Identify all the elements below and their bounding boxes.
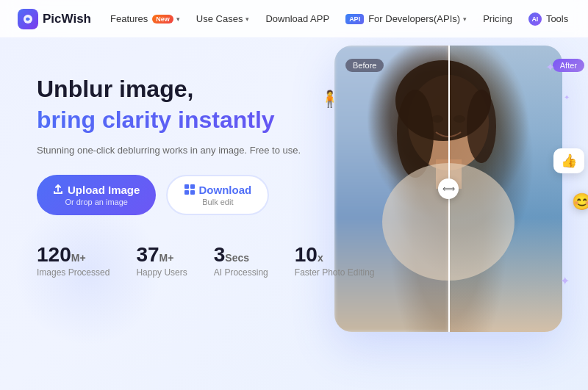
before-after-container: Before After <box>334 46 562 332</box>
upload-icon <box>53 184 63 195</box>
stat-suffix: x <box>318 252 323 264</box>
navbar: PicWish Features New ▾ Use Cases ▾ Downl… <box>0 0 588 38</box>
stat-number: 3 <box>214 243 226 266</box>
new-badge: New <box>152 15 173 24</box>
float-star-3: ✦ <box>560 274 570 288</box>
before-label: Before <box>345 59 384 72</box>
nav-item-download[interactable]: Download APP <box>258 9 337 29</box>
logo-icon <box>18 9 38 29</box>
hero-image-area: Before After <box>323 46 573 369</box>
divider-handle[interactable]: ⟺ <box>438 178 459 199</box>
stat-suffix: M+ <box>71 252 86 264</box>
stat-number: 10 <box>295 243 318 266</box>
float-smiley: 😊 <box>572 192 588 212</box>
hero-section: Unblur image, bring clarity instantly St… <box>0 38 588 390</box>
stat-suffix: M+ <box>159 252 174 264</box>
nav-item-developers[interactable]: API For Developers(APIs) ▾ <box>338 9 474 29</box>
nav-menu: Features New ▾ Use Cases ▾ Download APP … <box>103 8 576 30</box>
stat-number: 37 <box>136 243 159 266</box>
ai-badge: AI <box>528 12 542 26</box>
svg-point-8 <box>453 115 465 123</box>
windows-icon <box>184 184 195 195</box>
svg-point-4 <box>467 90 496 163</box>
svg-point-3 <box>397 90 434 178</box>
api-badge: API <box>345 14 364 24</box>
stat-suffix: Secs <box>225 252 249 264</box>
stat-ai-processing: 3Secs AI Processing <box>214 245 268 278</box>
chevron-icon: ▾ <box>245 15 249 23</box>
brand-logo[interactable]: PicWish <box>18 9 91 29</box>
float-star-2: ✦ <box>564 90 570 103</box>
image-frame: ⟺ <box>334 46 562 332</box>
after-label: After <box>553 59 584 72</box>
float-figure: 🧍 <box>320 90 340 109</box>
stat-images-processed: 120M+ Images Processed <box>37 245 110 278</box>
nav-item-features[interactable]: Features New ▾ <box>103 9 187 29</box>
upload-sub-label: Or drop an image <box>65 198 128 206</box>
download-button[interactable]: Download Bulk edit <box>166 175 269 215</box>
nav-item-tools[interactable]: AI Tools <box>521 8 576 30</box>
stat-number: 120 <box>37 243 71 266</box>
download-sub-label: Bulk edit <box>202 198 233 206</box>
stat-label: AI Processing <box>214 267 268 278</box>
nav-item-use-cases[interactable]: Use Cases ▾ <box>189 9 257 29</box>
svg-point-7 <box>431 115 443 123</box>
chevron-icon: ▾ <box>463 15 467 23</box>
float-star-1: ✦ <box>545 60 555 74</box>
chevron-icon: ▾ <box>176 15 180 23</box>
stat-happy-users: 37M+ Happy Users <box>136 245 187 278</box>
brand-name: PicWish <box>43 12 91 26</box>
float-chat-emoji: 👍 <box>553 148 584 173</box>
upload-button[interactable]: Upload Image Or drop an image <box>37 175 156 215</box>
stat-label: Happy Users <box>136 267 187 278</box>
nav-item-pricing[interactable]: Pricing <box>476 9 520 29</box>
stat-label: Images Processed <box>37 267 110 278</box>
